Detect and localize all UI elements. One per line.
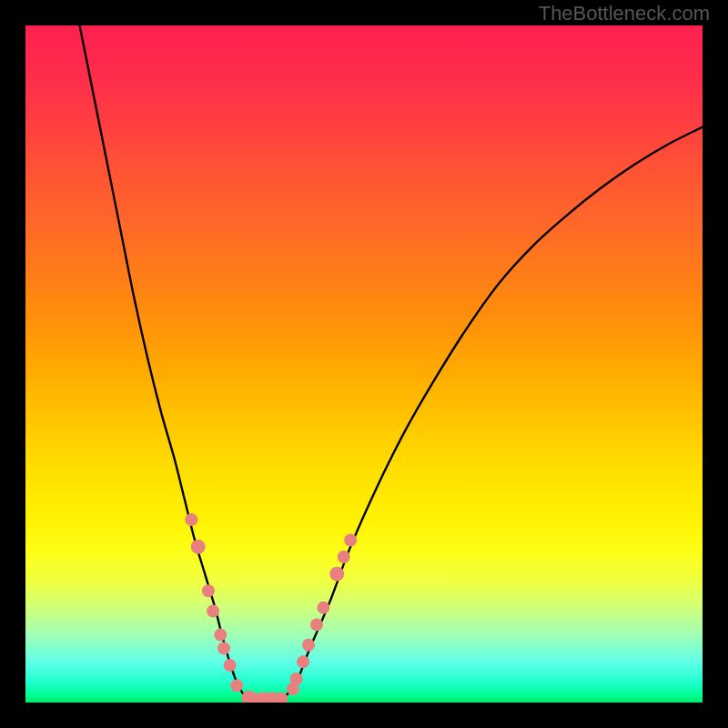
data-marker bbox=[207, 605, 219, 618]
data-marker bbox=[202, 584, 215, 597]
data-marker bbox=[310, 618, 323, 631]
data-marker bbox=[290, 672, 303, 685]
data-marker bbox=[191, 540, 206, 554]
data-marker bbox=[329, 567, 344, 581]
data-marker bbox=[317, 602, 329, 614]
chart-container bbox=[25, 25, 703, 703]
marker-group bbox=[185, 513, 357, 703]
data-marker bbox=[302, 639, 315, 652]
data-marker bbox=[230, 679, 243, 692]
watermark-text: TheBottleneck.com bbox=[539, 2, 710, 25]
curve-right-curve bbox=[283, 127, 703, 700]
data-marker bbox=[344, 533, 357, 546]
data-marker bbox=[217, 642, 230, 654]
chart-svg bbox=[25, 25, 703, 703]
curve-left-curve bbox=[80, 25, 249, 699]
data-marker bbox=[214, 629, 227, 642]
data-marker bbox=[224, 659, 237, 672]
data-marker bbox=[185, 513, 197, 526]
curve-group bbox=[80, 25, 703, 702]
data-marker bbox=[338, 551, 350, 563]
data-marker bbox=[297, 655, 309, 668]
